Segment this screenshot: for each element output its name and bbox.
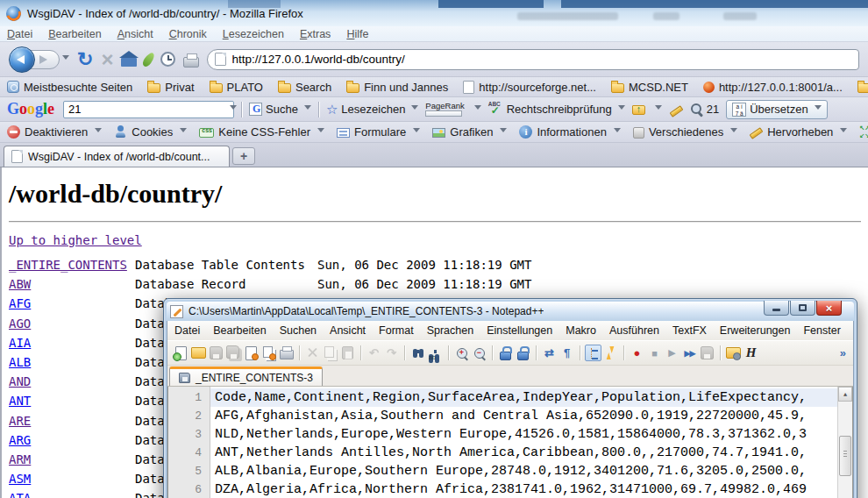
editor-line[interactable]: 4 ANT,Netherlands Antilles,North America… [168, 444, 837, 462]
line-text[interactable]: AFG,Afghanistan,Asia,Southern and Centra… [210, 407, 837, 425]
dropdown-icon[interactable] [655, 105, 662, 113]
history-clock-icon[interactable] [160, 52, 175, 67]
entry-link[interactable]: ALB [9, 352, 135, 372]
editor-line[interactable]: 5 ALB,Albania,Europe,Southern Europe,287… [168, 462, 837, 480]
zoom-in-icon[interactable] [453, 345, 470, 361]
macro-save-icon[interactable] [699, 345, 715, 361]
menu-item[interactable]: Einstellungen [487, 324, 552, 337]
dropdown-icon[interactable] [304, 105, 311, 113]
menu-item[interactable]: Ansicht [330, 324, 366, 337]
entry-link[interactable]: AFG [9, 294, 135, 313]
line-text[interactable]: ANT,Netherlands Antilles,North America,C… [210, 444, 837, 462]
bookmark-item[interactable]: Search [278, 81, 331, 94]
webdev-menu-button[interactable]: Hervorheben [750, 125, 847, 139]
menu-item[interactable]: Hilfe [346, 28, 368, 40]
text-editor[interactable]: 1 Code,Name,Continent,Region,SurfaceArea… [167, 387, 853, 498]
menu-item[interactable]: Bearbeiten [48, 28, 101, 40]
translate-button[interactable]: a í 7 ä Übersetzen [726, 100, 827, 119]
menu-item[interactable]: Ausführen [609, 324, 659, 337]
minimize-button[interactable] [764, 301, 789, 316]
google-search-button[interactable]: Suche [249, 103, 311, 116]
editor-line[interactable]: 2 AFG,Afghanistan,Asia,Southern and Cent… [168, 407, 837, 425]
webdev-menu-button[interactable]: Deaktivieren [7, 125, 102, 139]
pagerank-widget[interactable]: PageRank [425, 102, 464, 117]
scrollbar-thumb[interactable] [839, 436, 851, 476]
menu-item[interactable]: Datei [7, 28, 32, 40]
webdev-menu-button[interactable]: Formulare [337, 125, 420, 139]
google-bookmarks-button[interactable]: ☆ Lesezeichen [326, 103, 418, 116]
indent-guide-icon[interactable] [585, 345, 601, 361]
webdev-menu-button[interactable]: Größe [859, 125, 868, 139]
highlighter-icon[interactable] [669, 103, 683, 116]
print-icon[interactable] [278, 345, 295, 361]
bookmark-item[interactable]: http://sourceforge.net... [463, 81, 596, 94]
macro-run-multiple-icon[interactable]: ▶▶ [681, 345, 698, 361]
line-text[interactable]: DZA,Algeria,Africa,Northern Africa,23817… [210, 480, 837, 498]
entry-link[interactable]: ANT [9, 391, 135, 410]
save-icon[interactable] [208, 345, 224, 361]
cut-icon[interactable] [304, 345, 321, 361]
url-input[interactable] [231, 53, 851, 66]
plugin-folder-icon[interactable] [725, 345, 742, 361]
vertical-scrollbar[interactable]: ▲ [837, 387, 852, 498]
menu-item[interactable]: Erweiterungen [720, 324, 791, 337]
back-button[interactable] [9, 46, 35, 73]
editor-line[interactable]: 1 Code,Name,Continent,Region,SurfaceArea… [168, 388, 837, 407]
close-all-icon[interactable] [260, 345, 277, 361]
line-text[interactable]: Code,Name,Continent,Region,SurfaceArea,I… [210, 388, 837, 407]
webdev-menu-button[interactable]: Keine CSS-Fehler [199, 125, 324, 139]
menu-item[interactable]: Makro [566, 324, 596, 337]
webdev-menu-button[interactable]: Verschiedenes [633, 125, 737, 139]
firefox-titlebar[interactable]: WsgiDAV - Index of /world-db/country/ - … [0, 0, 868, 26]
feedly-leaf-icon[interactable] [141, 51, 157, 68]
entry-link[interactable]: AIA [9, 333, 135, 352]
entry-link[interactable]: ASM [9, 469, 135, 488]
zoom-out-icon[interactable] [471, 345, 487, 361]
close-button[interactable]: × [816, 301, 842, 316]
dropdown-icon[interactable] [411, 105, 418, 113]
webdev-menu-button[interactable]: Grafiken [432, 125, 507, 139]
dropdown-icon[interactable] [815, 105, 822, 113]
stop-button[interactable]: × [101, 48, 113, 71]
menu-item[interactable]: Suchen [280, 324, 317, 337]
print-icon[interactable] [183, 57, 199, 68]
editor-line[interactable]: 3 NLD,Netherlands,Europe,Western Europe,… [168, 425, 837, 444]
html-preview-icon[interactable]: H [743, 345, 759, 361]
bookmark-item[interactable]: MCSD.NET [611, 81, 688, 94]
menu-item[interactable]: Extras [300, 28, 331, 40]
entry-link[interactable]: ARE [9, 411, 135, 430]
redo-icon[interactable]: ↷ [383, 345, 400, 361]
menu-item[interactable]: Format [379, 324, 414, 337]
open-file-icon[interactable] [190, 345, 207, 361]
search-dropdown-icon[interactable] [230, 105, 237, 113]
up-to-higher-level-link[interactable]: Up to higher level [9, 233, 142, 247]
entry-link[interactable]: ATA [9, 488, 135, 498]
dropdown-icon[interactable] [474, 105, 481, 113]
url-bar[interactable] [207, 49, 859, 70]
new-tab-button[interactable]: + [232, 147, 255, 165]
undo-icon[interactable]: ↶ [366, 345, 382, 361]
home-button[interactable] [121, 58, 137, 67]
webdev-menu-button[interactable]: Cookies [114, 125, 187, 139]
menu-item[interactable]: TextFX [672, 324, 707, 337]
editor-lines[interactable]: 1 Code,Name,Continent,Region,SurfaceArea… [168, 388, 837, 498]
line-text[interactable]: NLD,Netherlands,Europe,Western Europe,41… [210, 425, 837, 444]
paste-icon[interactable] [339, 345, 356, 361]
bookmark-item[interactable]: Finn und Jannes [346, 81, 448, 94]
editor-line[interactable]: 6 DZA,Algeria,Africa,Northern Africa,238… [168, 480, 837, 498]
entry-link[interactable]: AND [9, 372, 135, 391]
show-all-chars-icon[interactable]: ¶ [559, 345, 575, 361]
macro-stop-icon[interactable]: ■ [646, 345, 663, 361]
maximize-button[interactable] [790, 301, 815, 316]
menu-item[interactable]: Chronik [169, 28, 207, 40]
menu-item[interactable]: Sprachen [427, 324, 474, 337]
bookmark-item[interactable]: Meistbesuchte Seiten [7, 81, 132, 94]
bookmark-item[interactable]: http://127.0.0.1:8001/a... [703, 81, 843, 94]
google-search-box[interactable] [63, 101, 234, 118]
reload-button[interactable]: ↻ [77, 48, 93, 71]
bookmark-item[interactable]: PLATO [210, 81, 263, 94]
entry-link[interactable]: ARM [9, 450, 135, 469]
close-icon[interactable] [243, 345, 260, 361]
macro-play-icon[interactable]: ▶ [664, 345, 680, 361]
menu-item[interactable]: Ansicht [117, 28, 153, 40]
